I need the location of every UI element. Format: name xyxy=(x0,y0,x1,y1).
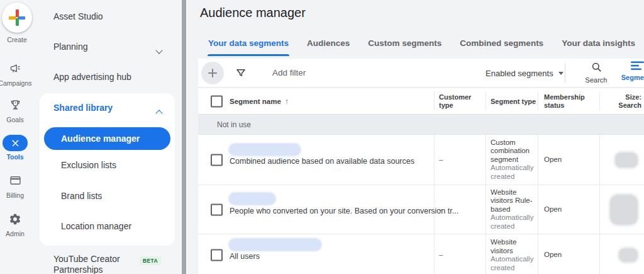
segment-type-secondary: Automatically created xyxy=(491,255,537,272)
table-row[interactable]: All users – Website visitors Automatical… xyxy=(198,234,644,274)
left-icon-rail: Create Campaigns Goals xyxy=(0,0,35,274)
segment-name-cell: Combined audience based on available dat… xyxy=(230,135,431,185)
enabled-segments-label: Enabled segments xyxy=(486,69,553,78)
membership-status-cell: Open xyxy=(544,251,562,260)
toolbar-divider xyxy=(565,64,565,83)
sidebar-item-brand-lists[interactable]: Brand lists xyxy=(61,191,102,201)
tab-your-data-segments[interactable]: Your data segments xyxy=(208,36,289,56)
size-search-redacted xyxy=(619,249,637,261)
segment-type-cell: Custom combination segment Automatically… xyxy=(491,139,537,181)
size-search-redacted xyxy=(611,195,637,224)
table-row[interactable]: Combined audience based on available dat… xyxy=(198,135,644,185)
segment-name-cell: All users xyxy=(230,234,431,274)
column-header-segment-name[interactable]: Segment name↑ xyxy=(230,97,289,105)
segments-button[interactable]: Segments xyxy=(614,61,644,81)
sidebar-scrollbar[interactable] xyxy=(182,0,186,274)
search-button[interactable]: Search xyxy=(580,61,613,84)
search-label: Search xyxy=(580,76,613,84)
segment-type-secondary: Automatically created xyxy=(491,164,537,181)
segment-name-redacted[interactable] xyxy=(230,144,300,155)
rail-label-tools: Tools xyxy=(6,153,23,161)
membership-status-cell: Open xyxy=(544,156,562,164)
rail-label-billing: Billing xyxy=(6,191,24,199)
shared-library-card: Shared library Audience manager Exclusio… xyxy=(40,93,175,246)
segment-type-cell: Website visitors Automatically created xyxy=(491,238,537,272)
rail-label-admin: Admin xyxy=(6,230,25,237)
row-checkbox[interactable] xyxy=(211,203,223,215)
segment-description: All users xyxy=(230,252,260,261)
sidebar-item-planning[interactable]: Planning xyxy=(53,42,88,52)
segment-name-redacted[interactable] xyxy=(230,239,321,250)
trophy-icon xyxy=(9,98,22,114)
sidebar-item-exclusion-lists[interactable]: Exclusion lists xyxy=(61,160,116,170)
table-body: Combined audience based on available dat… xyxy=(198,135,644,274)
rail-item-admin[interactable]: Admin xyxy=(0,213,30,237)
beta-badge: BETA xyxy=(140,256,161,265)
add-filter-button[interactable]: Add filter xyxy=(272,59,306,88)
table-toolbar: Add filter Enabled segments Search xyxy=(198,59,644,88)
segment-description: Combined audience based on available dat… xyxy=(230,157,414,166)
column-header-segment-type[interactable]: Segment type xyxy=(491,97,537,105)
segment-type-primary: Website visitors Rule-based xyxy=(491,188,537,214)
column-header-size-search[interactable]: Size: Search xyxy=(604,93,641,110)
table-row[interactable]: People who converted on your site. Based… xyxy=(198,185,644,234)
segment-name-redacted[interactable] xyxy=(230,193,275,204)
create-plus-icon[interactable] xyxy=(2,3,32,33)
segments-list-icon xyxy=(630,62,644,72)
sidebar-item-location-manager[interactable]: Location manager xyxy=(61,221,131,231)
tab-your-data-insights[interactable]: Your data insights xyxy=(561,36,636,56)
size-search-redacted xyxy=(616,153,637,167)
create-label: Create xyxy=(2,36,32,43)
chevron-up-icon[interactable] xyxy=(157,107,162,118)
megaphone-icon xyxy=(9,62,22,77)
segment-type-primary: Custom combination segment xyxy=(491,139,537,164)
segment-type-secondary: Automatically created xyxy=(491,214,537,231)
row-checkbox[interactable] xyxy=(211,249,223,261)
column-header-membership-status[interactable]: Membership status xyxy=(544,93,594,110)
customer-type-cell: – xyxy=(439,156,443,164)
segments-label: Segments xyxy=(614,74,644,81)
row-checkbox[interactable] xyxy=(211,154,223,166)
tools-icon xyxy=(3,135,28,151)
rail-item-campaigns[interactable]: Campaigns xyxy=(0,62,30,87)
tab-bar: Your data segments Audiences Custom segm… xyxy=(208,36,636,56)
rail-item-goals[interactable]: Goals xyxy=(0,98,30,123)
rail-label-campaigns: Campaigns xyxy=(0,79,32,87)
dropdown-caret-icon xyxy=(558,72,564,75)
membership-status-cell: Open xyxy=(544,205,562,214)
segment-name-cell: People who converted on your site. Based… xyxy=(230,185,431,234)
gear-icon xyxy=(9,213,21,228)
sidebar-nav: Asset Studio Planning App advertising hu… xyxy=(35,0,182,274)
rail-label-goals: Goals xyxy=(6,116,23,123)
segment-description: People who converted on your site. Based… xyxy=(230,207,458,215)
sidebar-item-asset-studio[interactable]: Asset Studio xyxy=(53,11,103,21)
sidebar-item-app-advertising-hub[interactable]: App advertising hub xyxy=(53,72,131,82)
rail-item-tools[interactable]: Tools xyxy=(0,135,30,161)
column-header-customer-type[interactable]: Customer type xyxy=(439,93,484,110)
customer-type-cell: – xyxy=(439,251,443,260)
table-header: Segment name↑ Customer type Segment type… xyxy=(198,88,644,115)
chevron-down-icon[interactable] xyxy=(157,44,162,55)
sidebar-item-audience-manager[interactable]: Audience manager xyxy=(44,127,170,150)
segment-type-cell: Website visitors Rule-based Automaticall… xyxy=(491,188,537,231)
customer-type-cell: – xyxy=(439,205,443,214)
tab-custom-segments[interactable]: Custom segments xyxy=(367,36,442,56)
sidebar-item-youtube-creator-partnerships[interactable]: YouTube Creator Partnerships xyxy=(53,254,129,274)
create-button[interactable]: Create xyxy=(2,3,32,43)
credit-card-icon xyxy=(9,174,22,190)
sort-ascending-icon[interactable]: ↑ xyxy=(285,96,289,105)
group-row-not-in-use: Not in use xyxy=(198,115,644,135)
search-icon xyxy=(591,64,602,75)
select-all-checkbox[interactable] xyxy=(211,95,223,107)
page-title: Audience manager xyxy=(200,6,306,20)
rail-item-billing[interactable]: Billing xyxy=(0,174,30,199)
segment-name-header-label: Segment name xyxy=(230,97,281,105)
tab-audiences[interactable]: Audiences xyxy=(306,36,350,56)
tab-combined-segments[interactable]: Combined segments xyxy=(459,36,544,56)
main-content: Audience manager Your data segments Audi… xyxy=(187,0,644,274)
enabled-segments-dropdown[interactable]: Enabled segments xyxy=(486,59,564,88)
segment-type-primary: Website visitors xyxy=(491,238,537,255)
sidebar-item-shared-library[interactable]: Shared library xyxy=(53,103,113,113)
add-segment-button[interactable] xyxy=(201,62,224,84)
filter-icon[interactable] xyxy=(235,67,247,81)
